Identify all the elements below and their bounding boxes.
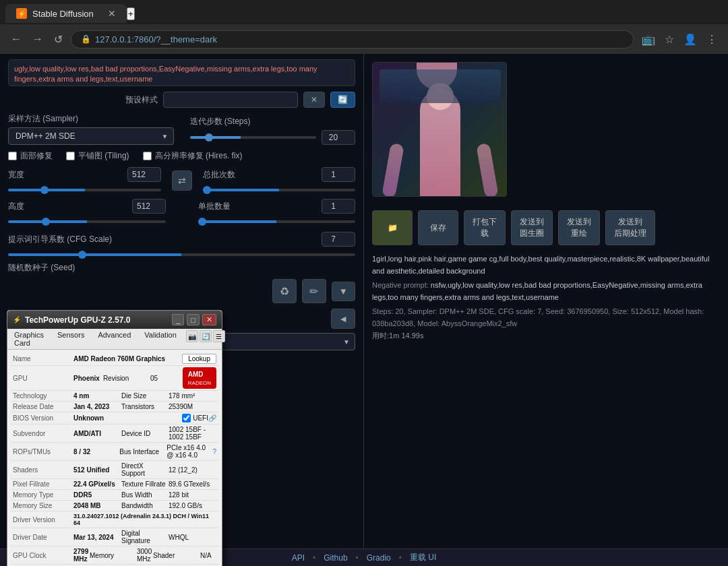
gen-time-text: 用时:1m 14.99s xyxy=(372,330,720,342)
back-nav-btn[interactable]: ◄ xyxy=(331,309,355,329)
pack-download-btn[interactable]: 打包下 载 xyxy=(464,210,506,245)
gpuz-tab-validation[interactable]: Validation xyxy=(138,329,183,349)
gpuz-lookup-btn[interactable]: Lookup xyxy=(182,354,216,364)
gen-positive-text: 1girl,long hair,pink hair,game game cg,f… xyxy=(372,253,720,277)
steps-slider[interactable] xyxy=(190,136,317,139)
recycle-btn[interactable]: ♻ xyxy=(272,279,297,303)
dimensions-row: 宽度 ⇄ 总批次数 xyxy=(8,167,355,193)
browser-tab[interactable]: ⚡ Stable Diffusion ✕ xyxy=(5,4,127,23)
height-input[interactable] xyxy=(132,199,166,214)
gpuz-tab-advanced[interactable]: Advanced xyxy=(91,329,138,349)
gpuz-name-key: Name xyxy=(13,355,73,363)
steps-input[interactable] xyxy=(322,130,355,145)
seed-row: 随机数种子 (Seed) xyxy=(8,262,355,274)
gpuz-shaders-val: 512 Unified xyxy=(73,466,121,474)
gpuz-shader-key: Shader xyxy=(153,552,200,559)
batch-count-input[interactable] xyxy=(322,167,355,182)
gpuz-memtype-val: DDR5 xyxy=(73,491,121,499)
gpuz-tab-graphics[interactable]: Graphics Card xyxy=(7,329,51,349)
face-fix-check[interactable] xyxy=(8,152,17,160)
batch-size-slider[interactable] xyxy=(198,220,356,223)
gpuz-tech-val: 4 nm xyxy=(73,392,121,400)
tiling-check[interactable] xyxy=(66,152,75,160)
gpuz-bios-link[interactable]: 🔗 xyxy=(208,414,216,422)
cast-icon[interactable]: 📺 xyxy=(639,30,658,49)
hires-check[interactable] xyxy=(143,152,152,160)
api-link[interactable]: API xyxy=(292,553,305,563)
gpuz-memsize-val: 2048 MB xyxy=(73,502,121,509)
new-tab-btn[interactable]: + xyxy=(127,7,135,20)
gen-negative-line: Negative prompt: nsfw,ugly,low quality,l… xyxy=(372,280,720,303)
preset-input[interactable] xyxy=(163,92,298,108)
gpuz-subvendor-key: Subvendor xyxy=(13,430,73,437)
dropdown-btn[interactable]: ▼ xyxy=(332,282,355,301)
batch-count-slider[interactable] xyxy=(203,189,356,191)
cfg-slider[interactable] xyxy=(8,253,355,256)
profile-icon[interactable]: 👤 xyxy=(681,30,700,49)
save-btn[interactable]: 保存 xyxy=(418,210,458,245)
forward-btn[interactable]: → xyxy=(30,30,46,48)
gpuz-gpuclock-row: GPU Clock 2799 MHz Memory 3000 MHz Shade… xyxy=(10,546,219,565)
gpuz-icon-menu[interactable]: ☰ xyxy=(213,330,225,342)
gradio-link[interactable]: Gradio xyxy=(367,553,391,563)
swap-dimensions-btn[interactable]: ⇄ xyxy=(172,170,192,191)
gpuz-icon-refresh[interactable]: 🔄 xyxy=(200,330,212,342)
gpuz-memory-val: 3000 MHz xyxy=(137,548,153,563)
gpuz-subvendor-val: AMD/ATI xyxy=(73,430,121,437)
close-tab-btn[interactable]: ✕ xyxy=(108,8,116,19)
preset-refresh-btn[interactable]: 🔄 xyxy=(330,92,355,108)
gpuz-icon-camera[interactable]: 📷 xyxy=(186,330,198,342)
send-circle-btn[interactable]: 发送到 圆生圈 xyxy=(511,210,553,245)
gpuz-revision-val: 05 xyxy=(150,375,180,382)
hires-checkbox[interactable]: 高分辨率修复 (Hires. fix) xyxy=(143,150,243,162)
image-actions: 📁 保存 打包下 载 发送到 圆生圈 发送到 重绘 发送到 后期处理 xyxy=(372,210,720,245)
preset-row: 预设样式 ✕ 🔄 xyxy=(8,92,355,108)
gpuz-popup: ⚡ TechPowerUp GPU-Z 2.57.0 _ □ ✕ Graphic… xyxy=(7,310,222,566)
address-bar[interactable]: 🔒 127.0.0.1:7860/?__theme=dark xyxy=(71,30,634,49)
reload-btn[interactable]: ↺ xyxy=(51,30,65,49)
gpuz-bus-info-icon[interactable]: ? xyxy=(212,448,216,455)
back-btn[interactable]: ← xyxy=(8,30,24,48)
tiling-checkbox[interactable]: 平铺图 (Tiling) xyxy=(66,150,129,162)
gpuz-shader-val: N/A xyxy=(200,552,216,559)
face-fix-checkbox[interactable]: 面部修复 xyxy=(8,150,53,162)
gpuz-bios-key: BIOS Version xyxy=(13,414,73,422)
height-batchsize-row: 高度 单批数量 xyxy=(8,199,355,225)
figure-arm-right xyxy=(476,143,499,197)
gpuz-gpuclock-val: 2799 MHz xyxy=(73,548,90,563)
height-slider[interactable] xyxy=(8,220,166,223)
menu-icon[interactable]: ⋮ xyxy=(704,30,720,49)
batch-count-label: 总批次数 xyxy=(203,169,235,181)
batch-count-group: 总批次数 xyxy=(203,167,356,193)
action-row: ♻ ✏ ▼ xyxy=(8,279,355,303)
gpuz-name-row: Name AMD Radeon 760M Graphics Lookup xyxy=(10,352,219,366)
github-link[interactable]: Github xyxy=(324,553,347,563)
gpuz-pixel-val: 22.4 GPixel/s xyxy=(73,480,121,488)
tab-favicon: ⚡ xyxy=(16,8,27,19)
width-slider[interactable] xyxy=(8,189,161,191)
tiling-label: 平铺图 (Tiling) xyxy=(78,150,129,162)
bookmark-icon[interactable]: ☆ xyxy=(662,30,677,49)
sampler-select[interactable]: DPM++ 2M SDE xyxy=(8,127,174,145)
gpuz-device-key: Device ID xyxy=(121,430,169,437)
reload-ui-link[interactable]: 重载 UI xyxy=(410,552,436,563)
cfg-input[interactable] xyxy=(322,232,355,247)
send-process-btn[interactable]: 发送到 后期处理 xyxy=(605,210,655,245)
generation-info: 1girl,long hair,pink hair,game game cg,f… xyxy=(372,253,720,342)
seed-label: 随机数种子 (Seed) xyxy=(8,262,355,274)
gpuz-tex-val: 89.6 GTexel/s xyxy=(169,480,216,488)
gpuz-tab-sensors[interactable]: Sensors xyxy=(51,329,91,349)
edit-btn[interactable]: ✏ xyxy=(302,279,326,303)
uefi-checkbox[interactable] xyxy=(182,414,191,422)
gpuz-minimize-btn[interactable]: _ xyxy=(172,314,184,325)
gpuz-maximize-btn[interactable]: □ xyxy=(187,314,200,325)
batch-size-input[interactable] xyxy=(322,199,355,214)
send-repaint-btn[interactable]: 发送到 重绘 xyxy=(558,210,600,245)
preset-x-btn[interactable]: ✕ xyxy=(303,92,325,108)
gpuz-close-btn[interactable]: ✕ xyxy=(202,314,216,325)
width-input[interactable] xyxy=(127,167,161,182)
gpuz-bios-row: BIOS Version Unknown UEFI 🔗 xyxy=(10,412,219,425)
folder-btn[interactable]: 📁 xyxy=(372,210,413,245)
gpuz-gpu-key: GPU xyxy=(13,375,73,382)
height-label: 高度 xyxy=(8,201,24,212)
